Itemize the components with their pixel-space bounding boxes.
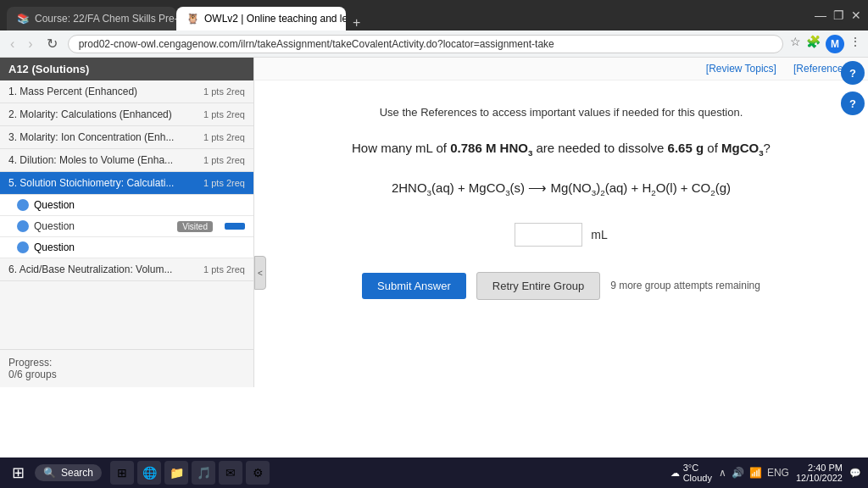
taskbar-right: ☁ 3°C Cloudy ∧ 🔊 📶 ENG 2:40 PM 12/10/202… xyxy=(670,463,861,483)
sub-item-question-3[interactable]: Question xyxy=(0,237,253,258)
sidebar-item-1[interactable]: 1. Mass Percent (Enhanced) 1 pts 2req xyxy=(0,80,253,103)
sidebar-item-3-pts: 1 pts 2req xyxy=(203,132,245,142)
minimize-icon[interactable]: — xyxy=(815,8,826,22)
sub-item-circle-1 xyxy=(17,199,29,211)
sidebar-wrapper: A12 (Solutions) 1. Mass Percent (Enhance… xyxy=(0,58,254,488)
help-button-1[interactable]: ? xyxy=(841,61,865,85)
submit-answer-badge xyxy=(225,223,245,230)
sidebar: A12 (Solutions) 1. Mass Percent (Enhance… xyxy=(0,58,254,387)
tab-course[interactable]: 📚 Course: 22/FA Chem Skills Pre-P... ✕ xyxy=(7,7,176,30)
sidebar-header: A12 (Solutions) xyxy=(0,58,253,80)
visited-badge: Visited xyxy=(177,221,213,232)
add-tab-button[interactable]: + xyxy=(346,15,367,30)
speaker-icon[interactable]: 🔊 xyxy=(732,467,744,479)
answer-input[interactable] xyxy=(515,223,582,247)
start-button[interactable]: ⊞ xyxy=(7,462,30,484)
system-tray-expand[interactable]: ∧ xyxy=(719,467,726,479)
answer-row: mL xyxy=(288,223,834,247)
progress-section: Progress: 0/6 groups xyxy=(0,349,253,387)
tab-label: OWLv2 | Online teaching and lea... xyxy=(204,13,346,25)
chemical-equation: 2HNO3(aq) + MgCO3(s) ⟶ Mg(NO3)2(aq) + H2… xyxy=(288,180,834,197)
sidebar-item-5[interactable]: 5. Solution Stoichiometry: Calculati... … xyxy=(0,172,253,195)
sidebar-item-1-label: 1. Mass Percent (Enhanced) xyxy=(8,86,137,97)
back-button[interactable]: ‹ xyxy=(7,35,18,53)
tab-bar: 📚 Course: 22/FA Chem Skills Pre-P... ✕ 🦉… xyxy=(7,0,367,30)
taskbar-app-2[interactable]: 🌐 xyxy=(137,461,161,485)
forward-button[interactable]: › xyxy=(25,35,36,53)
progress-sub: 0/6 groups xyxy=(8,369,57,380)
sub-item-circle-3 xyxy=(17,241,29,253)
content-header: [Review Topics] [References] xyxy=(254,58,868,80)
system-icons: ∧ 🔊 📶 ENG xyxy=(719,467,789,479)
browser-chrome: 📚 Course: 22/FA Chem Skills Pre-P... ✕ 🦉… xyxy=(0,0,868,30)
sidebar-item-6-pts: 1 pts 2req xyxy=(203,264,245,274)
url-input[interactable]: prod02-cnow-owl.cengagenow.com/ilrn/take… xyxy=(68,35,783,53)
taskbar-app-6[interactable]: ⚙ xyxy=(246,461,270,485)
extension-icon[interactable]: 🧩 xyxy=(806,35,821,53)
reference-note: Use the References to access important v… xyxy=(288,106,834,119)
restore-icon[interactable]: ❐ xyxy=(833,8,844,22)
action-row: Submit Answer Retry Entire Group 9 more … xyxy=(288,272,834,300)
sub-item-label-1: Question xyxy=(34,199,75,211)
clock-time: 2:40 PM xyxy=(796,463,843,473)
unit-label: mL xyxy=(591,228,607,241)
lang-indicator[interactable]: ENG xyxy=(767,467,789,479)
tab-favicon: 📚 xyxy=(17,13,30,25)
sidebar-item-6[interactable]: 6. Acid/Base Neutralization: Volum... 1 … xyxy=(0,258,253,281)
taskbar: ⊞ 🔍 Search ⊞ 🌐 📁 🎵 ✉ ⚙ ☁ 3°C Cloudy ∧ 🔊 … xyxy=(0,458,868,488)
attempts-remaining: 9 more group attempts remaining xyxy=(610,280,760,291)
browser-toolbar-icons: ☆ 🧩 M ⋮ xyxy=(790,35,861,53)
sub-item-label-3: Question xyxy=(34,241,75,253)
tab-label: Course: 22/FA Chem Skills Pre-P... xyxy=(35,13,176,25)
tab-owlv2[interactable]: 🦉 OWLv2 | Online teaching and lea... ✕ xyxy=(176,7,346,30)
address-bar: ‹ › ↻ prod02-cnow-owl.cengagenow.com/ilr… xyxy=(0,30,868,58)
sidebar-item-4[interactable]: 4. Dilution: Moles to Volume (Enha... 1 … xyxy=(0,149,253,172)
retry-group-button[interactable]: Retry Entire Group xyxy=(476,272,600,300)
sidebar-item-1-pts: 1 pts 2req xyxy=(203,86,245,97)
question-text: How many mL of 0.786 M HNO3 are needed t… xyxy=(288,139,834,160)
review-topics-link[interactable]: [Review Topics] xyxy=(706,63,776,75)
sub-item-question-2[interactable]: Question Visited xyxy=(0,216,253,237)
sidebar-item-4-pts: 1 pts 2req xyxy=(203,155,245,165)
sidebar-item-3[interactable]: 3. Molarity: Ion Concentration (Enh... 1… xyxy=(0,126,253,149)
sidebar-item-2-label: 2. Molarity: Calculations (Enhanced) xyxy=(8,108,172,120)
help-panel: ? ? xyxy=(841,61,865,115)
sub-item-question-1[interactable]: Question xyxy=(0,195,253,216)
weather-icon: ☁ xyxy=(670,468,680,479)
bookmark-icon[interactable]: ☆ xyxy=(790,35,801,53)
weather-temp: 3°C xyxy=(683,463,712,473)
sidebar-item-2-pts: 1 pts 2req xyxy=(203,109,245,119)
clock-date: 12/10/2022 xyxy=(796,473,843,483)
sidebar-item-4-label: 4. Dilution: Moles to Volume (Enha... xyxy=(8,154,173,166)
taskbar-search[interactable]: 🔍 Search xyxy=(35,464,102,481)
weather: ☁ 3°C Cloudy xyxy=(670,463,712,483)
network-icon[interactable]: 📶 xyxy=(749,467,762,479)
notification-icon[interactable]: 💬 xyxy=(849,468,861,479)
taskbar-app-1[interactable]: ⊞ xyxy=(110,461,134,485)
taskbar-apps: ⊞ 🌐 📁 🎵 ✉ ⚙ xyxy=(110,461,270,485)
taskbar-app-3[interactable]: 📁 xyxy=(164,461,188,485)
sidebar-item-6-label: 6. Acid/Base Neutralization: Volum... xyxy=(8,263,172,275)
sidebar-toggle[interactable]: < xyxy=(254,256,266,290)
question-area: Use the References to access important v… xyxy=(254,80,868,325)
help-button-2[interactable]: ? xyxy=(841,92,865,115)
browser-actions: — ❐ ✕ xyxy=(815,8,861,22)
profile-button[interactable]: M xyxy=(826,35,844,53)
sidebar-item-5-label: 5. Solution Stoichiometry: Calculati... xyxy=(8,177,174,189)
tab-favicon: 🦉 xyxy=(186,13,199,25)
sidebar-item-2[interactable]: 2. Molarity: Calculations (Enhanced) 1 p… xyxy=(0,103,253,126)
weather-condition: Cloudy xyxy=(683,473,712,483)
refresh-button[interactable]: ↻ xyxy=(43,34,61,53)
taskbar-app-4[interactable]: 🎵 xyxy=(192,461,215,485)
search-label: Search xyxy=(61,467,93,479)
sub-items: Question Question Visited Question xyxy=(0,195,253,258)
close-icon[interactable]: ✕ xyxy=(851,8,861,22)
app-container: A12 (Solutions) 1. Mass Percent (Enhance… xyxy=(0,58,868,488)
taskbar-app-5[interactable]: ✉ xyxy=(219,461,242,485)
search-icon: 🔍 xyxy=(43,467,56,479)
more-options-icon[interactable]: ⋮ xyxy=(849,35,861,53)
main-content: [Review Topics] [References] Use the Ref… xyxy=(254,58,868,488)
sub-item-circle-2 xyxy=(17,220,29,232)
submit-answer-button[interactable]: Submit Answer xyxy=(362,273,466,299)
sidebar-item-5-pts: 1 pts 2req xyxy=(203,178,245,188)
